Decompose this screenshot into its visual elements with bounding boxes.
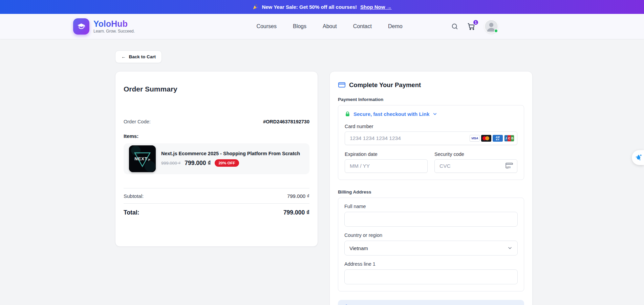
- lock-icon: [345, 111, 350, 117]
- total-label: Total:: [124, 209, 139, 216]
- country-label: Country or region: [344, 232, 518, 238]
- cvc-card-icon: 123: [505, 162, 514, 170]
- course-title: Next.js Ecommerce 2025 - Shopping Platfo…: [161, 151, 300, 156]
- subtotal-value: 799.000 ₫: [287, 193, 309, 199]
- country-value: Vietnam: [349, 245, 368, 251]
- graduation-cap-icon: [73, 18, 89, 35]
- full-name-input[interactable]: [344, 212, 518, 227]
- credit-card-icon: [338, 81, 346, 89]
- arrow-left-icon: ←: [121, 54, 126, 59]
- subtotal-row: Subtotal: 799.000 ₫: [124, 188, 309, 203]
- card-number-label: Card number: [345, 124, 517, 129]
- payment-info-label: Payment Information: [338, 97, 524, 102]
- payment-card: Complete Your Payment Payment Informatio…: [329, 71, 533, 305]
- order-summary-card: Order Summary Order Code: #ORD2463781927…: [115, 71, 318, 247]
- subtotal-label: Subtotal:: [124, 193, 144, 199]
- nav-item-courses[interactable]: Courses: [256, 23, 277, 29]
- jcb-card-icon: JCB: [504, 135, 514, 142]
- expiry-label: Expiration date: [345, 151, 428, 157]
- mastercard-card-icon: [481, 135, 491, 142]
- billing-address-box: Full name Country or region Vietnam Addr…: [338, 198, 524, 291]
- cvc-label: Security code: [434, 151, 517, 157]
- search-icon: [451, 23, 458, 30]
- link-checkout-toggle[interactable]: Secure, fast checkout with Link: [345, 111, 517, 117]
- back-to-cart-label: Back to Cart: [129, 54, 156, 59]
- discount-badge: 20% OFF: [215, 159, 239, 167]
- main-nav: Courses Blogs About Contact Demo: [256, 14, 402, 39]
- nav-item-about[interactable]: About: [323, 23, 337, 29]
- order-summary-title: Order Summary: [124, 85, 309, 93]
- stripe-payment-element: Secure, fast checkout with Link Card num…: [338, 105, 524, 180]
- order-code-row: Order Code: #ORD246378192730: [124, 119, 309, 124]
- country-select[interactable]: Vietnam: [344, 241, 518, 256]
- order-code-value: #ORD246378192730: [263, 119, 309, 124]
- banner-text: New Year Sale: Get 50% off all courses!: [262, 4, 357, 10]
- nav-item-contact[interactable]: Contact: [353, 23, 372, 29]
- cart-button[interactable]: 1: [467, 22, 475, 30]
- chevron-down-icon: [432, 111, 437, 117]
- thumbnail-text: NEXT.js: [134, 156, 150, 161]
- link-checkout-label: Secure, fast checkout with Link: [353, 111, 429, 117]
- course-thumbnail: NEXT.js: [129, 145, 156, 172]
- payment-title: Complete Your Payment: [349, 81, 421, 89]
- old-price: 999.000 ₫: [161, 161, 180, 166]
- order-item-row: NEXT.js Next.js Ecommerce 2025 - Shoppin…: [124, 143, 309, 174]
- edge-assistant-widget[interactable]: [632, 150, 644, 165]
- order-code-label: Order Code:: [124, 119, 151, 124]
- current-price: 799.000 ₫: [185, 160, 211, 167]
- chevron-down-icon: [507, 245, 513, 251]
- online-status-dot: [494, 29, 498, 33]
- total-value: 799.000 ₫: [283, 209, 309, 216]
- promo-banner: New Year Sale: Get 50% off all courses! …: [0, 0, 644, 14]
- party-popper-icon: [252, 4, 258, 10]
- brand-logo[interactable]: YoloHub Learn. Grow. Succeed.: [73, 18, 135, 35]
- brand-name: YoloHub: [93, 19, 135, 28]
- visa-card-icon: VISA: [470, 135, 480, 142]
- address-line1-label: Address line 1: [344, 261, 518, 267]
- back-to-cart-button[interactable]: ← Back to Cart: [115, 50, 162, 63]
- address-line1-input[interactable]: [344, 269, 518, 284]
- billing-address-label: Billing Address: [338, 189, 524, 195]
- search-button[interactable]: [451, 23, 458, 30]
- nav-item-blogs[interactable]: Blogs: [293, 23, 306, 29]
- expiry-input[interactable]: [345, 159, 428, 173]
- user-avatar[interactable]: [484, 19, 498, 34]
- card-brand-icons: VISA AMEX JCB: [470, 135, 514, 142]
- amex-card-icon: AMEX: [493, 135, 503, 142]
- full-name-label: Full name: [344, 204, 518, 209]
- items-label: Items:: [124, 133, 309, 139]
- total-row: Total: 799.000 ₫: [124, 204, 309, 222]
- brand-tagline: Learn. Grow. Succeed.: [93, 29, 135, 34]
- water-drop-icon: [635, 154, 643, 162]
- secure-payment-note: Your payment information is secure and e…: [338, 300, 524, 305]
- cart-count-badge: 1: [473, 19, 479, 25]
- shop-now-link[interactable]: Shop Now →: [360, 4, 392, 10]
- site-header: YoloHub Learn. Grow. Succeed. Courses Bl…: [0, 14, 644, 39]
- nav-item-demo[interactable]: Demo: [388, 23, 403, 29]
